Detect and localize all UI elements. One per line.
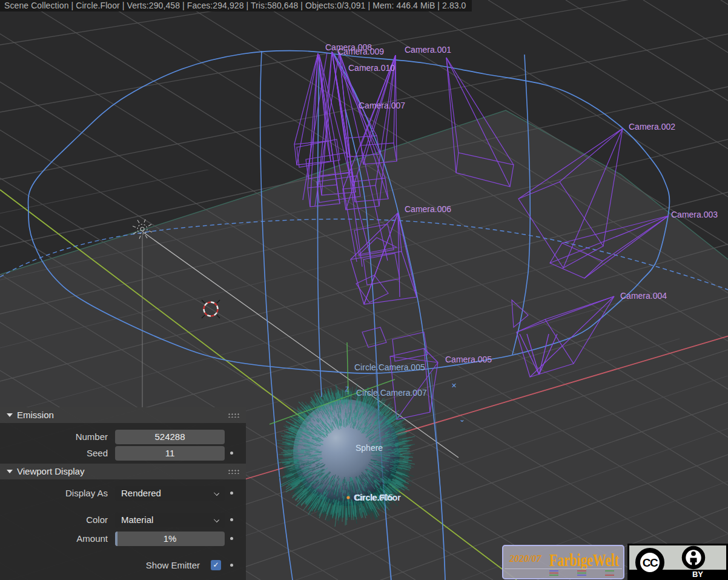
svg-text:Z: Z: [345, 386, 349, 393]
svg-text:Camera.006: Camera.006: [405, 204, 451, 214]
svg-text:BY: BY: [692, 570, 703, 579]
svg-text:Camera.004: Camera.004: [620, 291, 667, 301]
svg-text:⌄: ⌄: [459, 415, 465, 424]
svg-text:Camera.009: Camera.009: [337, 47, 384, 56]
svg-text:Circle.Camera.005: Circle.Camera.005: [354, 362, 425, 372]
svg-text:Camera.001: Camera.001: [405, 45, 451, 55]
svg-text:Camera.007: Camera.007: [359, 101, 405, 110]
svg-text:2020/07: 2020/07: [509, 553, 541, 564]
svg-text:✕: ✕: [451, 382, 457, 389]
svg-text:Circle.Camera.007: Circle.Camera.007: [356, 388, 427, 398]
svg-text:Camera.002: Camera.002: [629, 122, 675, 132]
svg-text:Camera.003: Camera.003: [671, 210, 718, 219]
svg-text:Sphere: Sphere: [356, 443, 383, 453]
svg-text:CC: CC: [643, 556, 658, 569]
svg-text:FarbigeWelt: FarbigeWelt: [549, 550, 619, 570]
svg-text:Camera.010: Camera.010: [348, 63, 395, 73]
svg-text:Camera.005: Camera.005: [445, 355, 492, 364]
svg-text:Circle.Floor: Circle.Floor: [354, 493, 401, 502]
